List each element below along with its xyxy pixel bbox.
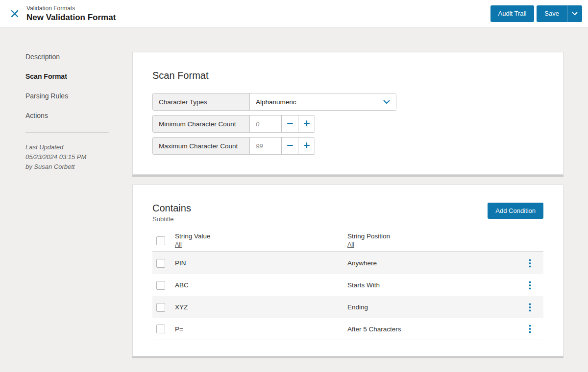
minus-icon	[287, 120, 294, 128]
min-count-increment-button[interactable]	[298, 116, 315, 132]
min-character-count-control: Minimum Character Count	[152, 115, 315, 133]
kebab-menu-icon[interactable]	[527, 257, 533, 270]
row-checkbox[interactable]	[156, 303, 165, 312]
min-character-count-input[interactable]	[250, 116, 281, 132]
sidebar-item-description[interactable]: Description	[25, 53, 60, 61]
content: Description Scan Format Parsing Rules Ac…	[0, 27, 588, 372]
plus-icon	[303, 142, 310, 150]
save-button[interactable]: Save	[537, 5, 567, 22]
breadcrumb: Validation Formats	[26, 5, 116, 12]
add-condition-button[interactable]: Add Condition	[488, 203, 543, 219]
table-row: ABC Starts With	[152, 274, 543, 296]
last-updated-meta: Last Updated 05/23/2024 03:15 PM by Susa…	[25, 142, 132, 172]
table-row: XYZ Ending	[152, 296, 543, 318]
table-header-row: String Value All String Position All	[152, 230, 543, 252]
select-all-checkbox[interactable]	[156, 236, 165, 245]
last-updated-timestamp: 05/23/2024 03:15 PM	[25, 152, 132, 162]
sidebar: Description Scan Format Parsing Rules Ac…	[0, 27, 132, 372]
string-value-filter-link[interactable]: All	[175, 241, 182, 248]
header-actions: Audit Trail Save	[490, 5, 582, 22]
last-updated-label: Last Updated	[25, 142, 132, 152]
character-types-label: Character Types	[153, 93, 250, 110]
contains-subtitle: Subtitle	[152, 215, 191, 223]
max-character-count-label: Maximum Character Count	[153, 138, 250, 154]
kebab-menu-icon[interactable]	[527, 301, 533, 314]
string-value-cell: ABC	[175, 281, 347, 289]
scan-format-title: Scan Format	[152, 70, 543, 81]
max-count-decrement-button[interactable]	[281, 138, 298, 154]
audit-trail-button[interactable]: Audit Trail	[490, 5, 535, 22]
string-value-column-header: String Value	[175, 232, 347, 240]
sidebar-item-scan-format[interactable]: Scan Format	[25, 72, 67, 80]
conditions-table: String Value All String Position All PIN	[152, 230, 543, 340]
sidebar-divider	[25, 132, 109, 133]
string-value-cell: PIN	[175, 259, 347, 267]
chevron-down-icon	[572, 10, 578, 17]
close-icon[interactable]	[6, 5, 24, 23]
string-position-cell: Ending	[347, 303, 520, 311]
character-types-value: Alphanumeric	[256, 98, 296, 106]
kebab-menu-icon[interactable]	[527, 279, 533, 292]
max-character-count-input[interactable]	[250, 138, 281, 154]
character-types-control: Character Types Alphanumeric	[152, 93, 396, 111]
plus-icon	[303, 120, 310, 128]
max-character-count-control: Maximum Character Count	[152, 137, 315, 155]
table-row: PIN Anywhere	[152, 252, 543, 274]
row-checkbox[interactable]	[156, 281, 165, 290]
max-count-increment-button[interactable]	[298, 138, 315, 154]
main: Scan Format Character Types Alphanumeric	[132, 27, 588, 372]
save-dropdown-button[interactable]	[567, 5, 582, 22]
table-row: P= After 5 Characters	[152, 318, 543, 340]
kebab-menu-icon[interactable]	[527, 323, 533, 335]
chevron-down-icon	[383, 98, 390, 106]
title-block: Validation Formats New Validation Format	[26, 5, 116, 23]
contains-title: Contains	[152, 203, 191, 214]
min-count-decrement-button[interactable]	[281, 116, 298, 132]
sidebar-item-parsing-rules[interactable]: Parsing Rules	[25, 92, 68, 100]
string-value-cell: XYZ	[175, 303, 347, 311]
contains-card: Contains Subtitle Add Condition String V…	[132, 185, 564, 356]
min-character-count-label: Minimum Character Count	[153, 116, 250, 132]
last-updated-author: by Susan Corbett	[25, 162, 132, 172]
string-position-column-header: String Position	[347, 232, 520, 240]
row-checkbox[interactable]	[156, 259, 165, 268]
app-root: Validation Formats New Validation Format…	[0, 0, 588, 372]
string-position-cell: After 5 Characters	[347, 326, 520, 333]
scan-format-card: Scan Format Character Types Alphanumeric	[132, 52, 564, 175]
string-position-cell: Starts With	[347, 281, 520, 289]
sidebar-item-actions[interactable]: Actions	[25, 112, 48, 119]
row-checkbox[interactable]	[156, 325, 165, 333]
minus-icon	[287, 142, 294, 150]
header: Validation Formats New Validation Format…	[0, 0, 588, 27]
string-position-filter-link[interactable]: All	[347, 241, 354, 248]
character-types-select[interactable]: Alphanumeric	[250, 93, 396, 110]
contains-header: Contains Subtitle Add Condition	[152, 203, 543, 223]
string-position-cell: Anywhere	[347, 259, 520, 267]
page-title: New Validation Format	[26, 13, 116, 23]
save-split-button: Save	[537, 5, 582, 22]
string-value-cell: P=	[175, 326, 347, 333]
